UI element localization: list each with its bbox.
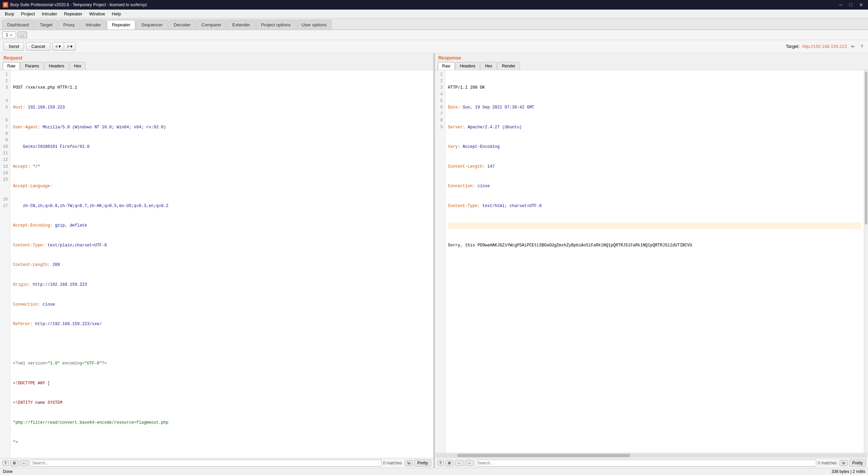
request-tab-headers[interactable]: Headers <box>44 62 69 70</box>
menu-repeater[interactable]: Repeater <box>61 10 86 17</box>
menu-help[interactable]: Help <box>108 10 124 17</box>
tab-target[interactable]: Target <box>35 20 58 29</box>
close-button[interactable]: ✕ <box>857 1 865 8</box>
request-match-count: 0 matches <box>383 461 404 465</box>
request-code-lines: POST /xxe/xxe.php HTTP/1.1 Host: 192.168… <box>10 70 433 458</box>
response-tab-headers[interactable]: Headers <box>456 62 480 70</box>
edit-target-button[interactable]: ✏ <box>850 43 856 50</box>
status-text: Done <box>3 469 13 474</box>
response-code-area[interactable]: 1 2 3 4 5 6 7 8 9 HTTP/1.1 200 OK Date: … <box>435 70 868 453</box>
help-button[interactable]: ? <box>859 43 865 50</box>
response-code-lines: HTTP/1.1 200 OK Date: Sun, 19 Sep 2021 0… <box>445 70 864 453</box>
tab-intruder[interactable]: Intruder <box>80 20 106 29</box>
request-panel: Request Raw Params Headers Hex 1 2 3 4 5… <box>0 53 433 468</box>
menu-window[interactable]: Window <box>86 10 108 17</box>
titlebar: B Burp Suite Professional v2020.8 - Temp… <box>0 0 868 10</box>
tab-user-options[interactable]: User options <box>296 20 332 29</box>
request-tab-raw[interactable]: Raw <box>3 62 20 70</box>
request-code-area[interactable]: 1 2 3 4 5 6 7 8 9 10 11 12 13 14 15 <box>0 70 433 458</box>
request-header: Request <box>0 53 433 62</box>
menubar: Burp Project Intruder Repeater Window He… <box>0 10 868 18</box>
target-url: http://192.168.159.223 <box>802 44 847 49</box>
maximize-button[interactable]: □ <box>847 1 854 8</box>
minimize-button[interactable]: ─ <box>837 1 845 8</box>
repeater-tab-1-close[interactable]: ✕ <box>10 33 12 37</box>
nav-buttons: < ▾ > ▾ <box>52 42 76 51</box>
target-label: Target: <box>786 44 799 49</box>
forward-dropdown-icon: ▾ <box>70 44 73 49</box>
toolbar-target: Target: http://192.168.159.223 ✏ ? <box>786 43 865 50</box>
request-subtabs: Raw Params Headers Hex <box>0 62 433 70</box>
titlebar-controls: ─ □ ✕ <box>837 1 865 8</box>
burp-icon: B <box>3 2 8 8</box>
response-match-count: 0 matches <box>818 461 838 465</box>
tab-proxy[interactable]: Proxy <box>58 20 80 29</box>
response-bottom: ? ⚙ ← → 0 matches \n Pretty <box>435 458 868 468</box>
tab-extender[interactable]: Extender <box>227 20 255 29</box>
titlebar-left: B Burp Suite Professional v2020.8 - Temp… <box>3 2 147 8</box>
forward-button[interactable]: > ▾ <box>64 42 75 50</box>
status-info: 338 bytes | 2 millis <box>832 469 866 474</box>
tab-dashboard[interactable]: Dashboard <box>2 20 34 29</box>
tab-sequencer[interactable]: Sequencer <box>136 20 168 29</box>
request-bottom: ? ⚙ ← 0 matches \n Pretty <box>0 458 433 468</box>
response-subtabs: Raw Headers Hex Render <box>435 62 868 70</box>
back-dropdown-icon: ▾ <box>59 44 61 49</box>
back-icon: < <box>55 44 58 49</box>
request-code-content: 1 2 3 4 5 6 7 8 9 10 11 12 13 14 15 <box>0 70 433 458</box>
request-pretty-btn[interactable]: Pretty <box>414 460 431 466</box>
request-line-numbers: 1 2 3 4 5 6 7 8 9 10 11 12 13 14 15 <box>0 70 10 458</box>
response-line-numbers: 1 2 3 4 5 6 7 8 9 <box>435 70 445 453</box>
response-code-content: 1 2 3 4 5 6 7 8 9 HTTP/1.1 200 OK Date: … <box>435 70 864 453</box>
response-hscroll[interactable] <box>435 453 868 458</box>
back-button[interactable]: < ▾ <box>53 42 64 50</box>
titlebar-title: Burp Suite Professional v2020.8 - Tempor… <box>10 2 147 7</box>
main-tabbar: Dashboard Target Proxy Intruder Repeater… <box>0 18 868 30</box>
statusbar: Done 338 bytes | 2 millis <box>0 468 868 475</box>
response-back-btn[interactable]: ← <box>455 460 463 466</box>
menu-burp[interactable]: Burp <box>1 10 17 17</box>
menu-intruder[interactable]: Intruder <box>38 10 61 17</box>
response-scrollbar[interactable] <box>864 70 868 453</box>
response-header: Response <box>435 53 868 62</box>
menu-project[interactable]: Project <box>17 10 38 17</box>
response-tab-hex[interactable]: Hex <box>481 62 497 70</box>
request-tab-hex[interactable]: Hex <box>70 62 86 70</box>
response-panel: Response Raw Headers Hex Render 1 2 3 4 … <box>435 53 868 468</box>
request-back-btn[interactable]: ← <box>20 460 28 466</box>
forward-icon: > <box>67 44 70 49</box>
repeater-tab-1-label: 1 <box>6 33 8 37</box>
response-newline-btn[interactable]: \n <box>840 460 847 466</box>
request-search-input[interactable] <box>30 460 382 466</box>
request-help-btn[interactable]: ? <box>2 460 9 466</box>
tab-project-options[interactable]: Project options <box>256 20 296 29</box>
response-hscrollbar[interactable] <box>436 454 868 457</box>
response-settings-btn[interactable]: ⚙ <box>445 460 454 466</box>
request-newline-btn[interactable]: \n <box>405 460 413 466</box>
toolbar: Send Cancel < ▾ > ▾ Target: http://192.1… <box>0 40 868 53</box>
repeater-tab-add[interactable]: ... <box>17 31 27 38</box>
request-settings-btn[interactable]: ⚙ <box>10 460 18 466</box>
send-button[interactable]: Send <box>3 42 24 51</box>
repeater-tab-1[interactable]: 1 ✕ <box>2 31 16 38</box>
request-tab-params[interactable]: Params <box>21 62 44 70</box>
tab-repeater[interactable]: Repeater <box>107 20 135 29</box>
response-forward-btn[interactable]: → <box>465 460 473 466</box>
cancel-button[interactable]: Cancel <box>26 42 50 51</box>
response-search-input[interactable] <box>475 460 817 466</box>
response-pretty-btn[interactable]: Pretty <box>849 460 866 466</box>
tab-comparer[interactable]: Comparer <box>196 20 226 29</box>
main-content: Request Raw Params Headers Hex 1 2 3 4 5… <box>0 53 868 468</box>
tab-decoder[interactable]: Decoder <box>169 20 196 29</box>
response-tab-raw[interactable]: Raw <box>438 62 455 70</box>
response-tab-render[interactable]: Render <box>497 62 520 70</box>
response-help-btn[interactable]: ? <box>437 460 444 466</box>
repeater-tabs: 1 ✕ ... <box>0 30 868 40</box>
